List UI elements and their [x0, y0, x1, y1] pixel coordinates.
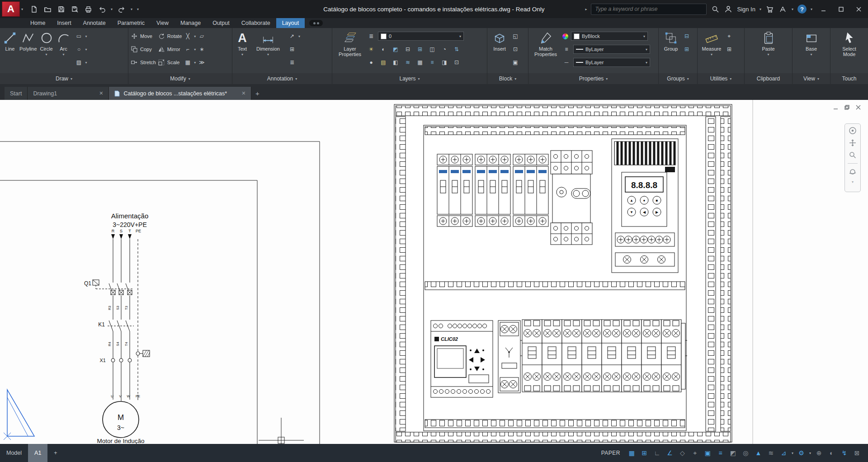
fillet-icon[interactable]: ⌐: [184, 45, 192, 53]
properties-panel-label[interactable]: Properties▾: [528, 73, 658, 84]
zoom-icon[interactable]: [849, 151, 857, 159]
snap-icon[interactable]: ⊞: [640, 448, 649, 458]
array-icon[interactable]: ▦: [184, 58, 192, 66]
sign-in-dropdown-icon[interactable]: ▾: [760, 7, 761, 11]
paper-space-label[interactable]: PAPER: [601, 450, 620, 456]
block-create-icon[interactable]: ⊡: [511, 45, 519, 53]
qat-customize-icon[interactable]: ▾: [137, 7, 139, 11]
autoscale-icon[interactable]: ≋: [766, 448, 776, 458]
open-file-icon[interactable]: [43, 5, 52, 14]
layers-panel-label[interactable]: Layers▾: [332, 73, 487, 84]
full-navigation-wheel-icon[interactable]: [849, 127, 857, 135]
mirror-button[interactable]: Mirror: [158, 43, 182, 55]
offset-icon[interactable]: ≫: [198, 58, 206, 66]
close-tab-icon[interactable]: ✕: [241, 90, 245, 96]
tab-parametric[interactable]: Parametric: [112, 18, 151, 28]
new-drawing-tab-button[interactable]: +: [251, 87, 263, 100]
ribbon-display-toggle[interactable]: [309, 20, 323, 26]
navbar-more-icon[interactable]: ▾: [852, 180, 854, 184]
lineweight-combo[interactable]: ByLayer ▾: [573, 45, 650, 54]
line-button[interactable]: Line: [2, 30, 18, 52]
utilities-panel-label[interactable]: Utilities▾: [698, 73, 744, 84]
layout-tab-a1[interactable]: A1: [28, 444, 47, 462]
layer-match-icon[interactable]: ◫: [428, 45, 436, 53]
linetype-list-icon[interactable]: ─: [562, 58, 571, 66]
app-menu-arrow-icon[interactable]: ▾: [21, 7, 23, 11]
paste-button[interactable]: Paste▾: [758, 30, 779, 57]
search-input[interactable]: [591, 4, 707, 15]
isodraft-icon[interactable]: ◇: [678, 448, 687, 458]
groups-panel-label[interactable]: Groups▾: [659, 73, 697, 84]
leader-dropdown-icon[interactable]: ▾: [298, 34, 300, 38]
user-icon[interactable]: [724, 5, 733, 14]
view-panel-label[interactable]: View▾: [793, 73, 830, 84]
dimension-button[interactable]: Dimension▾: [252, 30, 284, 57]
polar-tracking-icon[interactable]: ∠: [665, 448, 675, 458]
transparency-icon[interactable]: ◩: [728, 448, 738, 458]
fillet-dropdown-icon[interactable]: ▾: [194, 47, 196, 52]
viewport-minimize-icon[interactable]: [832, 104, 839, 111]
tab-collaborate[interactable]: Collaborate: [236, 18, 276, 28]
leader-icon[interactable]: ↗: [288, 32, 296, 40]
search-icon[interactable]: [711, 5, 720, 14]
layer-delete-icon[interactable]: ▦: [416, 58, 424, 66]
close-tab-icon[interactable]: ✕: [99, 90, 103, 96]
redo-icon[interactable]: [117, 5, 126, 14]
select-mode-button[interactable]: Select Mode: [837, 30, 862, 57]
clipboard-panel-label[interactable]: Clipboard: [745, 73, 792, 84]
quick-calc-icon[interactable]: ⊞: [725, 45, 733, 53]
id-point-icon[interactable]: ⌖: [725, 32, 733, 40]
plot-icon[interactable]: [84, 5, 93, 14]
help-icon[interactable]: ?: [797, 5, 807, 14]
selection-cycling-icon[interactable]: ◎: [741, 448, 750, 458]
grid-icon[interactable]: ▦: [627, 448, 637, 458]
copy-button[interactable]: Copy: [131, 43, 156, 55]
layer-isolate-icon[interactable]: ⊟: [404, 45, 412, 53]
tab-home[interactable]: Home: [24, 18, 51, 28]
layer-freeze-icon[interactable]: ◐: [379, 45, 387, 53]
isolate-objects-icon[interactable]: ◐: [827, 448, 836, 458]
move-button[interactable]: Move: [131, 30, 156, 42]
layer-unlock-icon[interactable]: ◧: [392, 58, 400, 66]
group-edit-icon[interactable]: ⊞: [683, 45, 691, 53]
minimize-button[interactable]: [816, 0, 830, 18]
rectangle-dropdown-icon[interactable]: ▾: [85, 34, 87, 38]
arc-button[interactable]: Arc▾: [56, 30, 71, 57]
close-button[interactable]: [852, 0, 865, 18]
file-tab-start[interactable]: Start: [5, 87, 28, 100]
app-store-cart-icon[interactable]: [765, 5, 774, 14]
annotation-panel-label[interactable]: Annotation▾: [232, 73, 332, 84]
tab-view[interactable]: View: [151, 18, 175, 28]
layer-off-icon[interactable]: ●: [367, 58, 375, 66]
viewport-restore-icon[interactable]: [843, 104, 850, 111]
pan-icon[interactable]: [849, 139, 857, 147]
workspace-gear-icon[interactable]: ⚙: [797, 448, 806, 458]
layer-change-icon[interactable]: ≡: [428, 58, 436, 66]
scale-button[interactable]: Scale: [158, 57, 182, 68]
tab-annotate[interactable]: Annotate: [77, 18, 112, 28]
annotation-monitor-icon[interactable]: ⊕: [814, 448, 824, 458]
trim-dropdown-icon[interactable]: ▾: [194, 34, 196, 38]
undo-dropdown-icon[interactable]: ▾: [111, 7, 113, 11]
stretch-button[interactable]: Stretch: [131, 57, 156, 68]
undo-icon[interactable]: [97, 5, 106, 14]
layer-combo[interactable]: 0 ▾: [378, 32, 464, 41]
workspace-dropdown-icon[interactable]: ▾: [809, 451, 811, 455]
layer-thaw-icon[interactable]: ▤: [379, 58, 387, 66]
annotation-scale-icon[interactable]: ⊿: [779, 448, 788, 458]
table-icon[interactable]: ⊞: [288, 45, 296, 53]
base-button[interactable]: Base▾: [802, 30, 821, 57]
draw-panel-label[interactable]: Draw▾: [0, 73, 128, 84]
lineweight-list-icon[interactable]: ≡: [562, 45, 571, 53]
block-panel-label[interactable]: Block▾: [487, 73, 528, 84]
layer-walk-icon[interactable]: ⇅: [453, 45, 461, 53]
new-layout-button[interactable]: +: [47, 444, 63, 462]
save-as-icon[interactable]: [70, 5, 79, 14]
layer-copy-icon[interactable]: ◨: [440, 58, 448, 66]
measure-button[interactable]: Measure▾: [700, 30, 723, 57]
search-chevron-icon[interactable]: ▸: [585, 7, 587, 11]
block-edit-icon[interactable]: ◱: [511, 32, 519, 40]
modify-panel-label[interactable]: Modify▾: [128, 73, 232, 84]
tab-layout[interactable]: Layout: [276, 18, 305, 28]
object-color-icon[interactable]: [562, 33, 568, 39]
